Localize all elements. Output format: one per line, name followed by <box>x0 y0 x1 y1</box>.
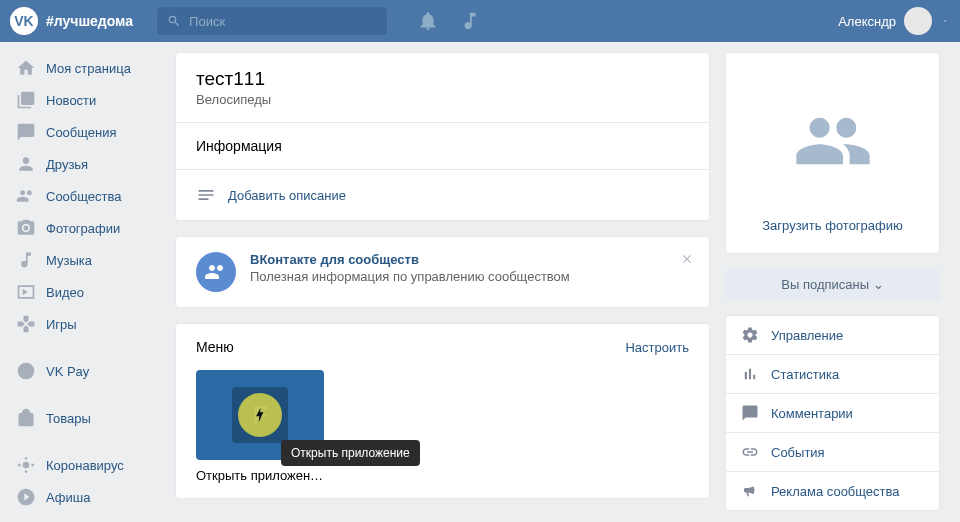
nav-communities[interactable]: Сообщества <box>10 180 160 212</box>
ruble-icon <box>16 361 36 381</box>
play-icon <box>16 487 36 507</box>
nav-friends[interactable]: Друзья <box>10 148 160 180</box>
photo-upload-card: Загрузить фотографию <box>725 52 940 254</box>
app-tile[interactable]: F Открыть приложение <box>196 370 324 460</box>
banner-text: Полезная информация по управлению сообще… <box>250 269 570 284</box>
megaphone-icon <box>741 482 759 500</box>
nav-label: Музыка <box>46 253 92 268</box>
close-icon[interactable] <box>680 252 694 266</box>
search-box[interactable] <box>157 7 387 35</box>
app-label: Открыть приложен… <box>196 468 324 483</box>
nav-photos[interactable]: Фотографии <box>10 212 160 244</box>
nav-label: Афиша <box>46 490 90 505</box>
comment-icon <box>741 404 759 422</box>
tooltip: Открыть приложение <box>281 440 420 466</box>
menu-card: Меню Настроить F Открыть приложение Откр… <box>175 323 710 499</box>
nav-vkpay[interactable]: VK Pay <box>10 355 160 387</box>
home-icon <box>16 58 36 78</box>
message-icon <box>16 122 36 142</box>
nav-my-page[interactable]: Моя страница <box>10 52 160 84</box>
upload-photo-button[interactable]: Загрузить фотографию <box>746 218 919 233</box>
nav-label: Товары <box>46 411 91 426</box>
manage-label: Реклама сообщества <box>771 484 900 499</box>
ads-link[interactable]: Реклама сообщества <box>725 471 940 511</box>
svg-point-0 <box>24 226 29 231</box>
comments-link[interactable]: Комментарии <box>725 393 940 432</box>
text-icon <box>196 185 216 205</box>
manage-label: События <box>771 445 825 460</box>
info-banner: ВКонтакте для сообществ Полезная информа… <box>175 236 710 308</box>
nav-label: Друзья <box>46 157 88 172</box>
page-subtitle: Велосипеды <box>196 92 689 107</box>
photo-placeholder <box>746 73 919 208</box>
page-title: тест111 <box>196 68 689 90</box>
nav-label: Видео <box>46 285 84 300</box>
top-header: VK #лучшедома Алексндр <box>0 0 960 42</box>
link-icon <box>741 443 759 461</box>
nav-goods[interactable]: Товары <box>10 402 160 434</box>
sidebar: Моя страница Новости Сообщения Друзья Со… <box>10 52 160 514</box>
music-icon[interactable] <box>459 10 481 32</box>
nav-label: Новости <box>46 93 96 108</box>
nav-news[interactable]: Новости <box>10 84 160 116</box>
events-link[interactable]: События <box>725 432 940 471</box>
manage-link[interactable]: Управление <box>725 315 940 354</box>
community-icon <box>196 252 236 292</box>
camera-icon <box>16 218 36 238</box>
nav-music[interactable]: Музыка <box>10 244 160 276</box>
avatar <box>904 7 932 35</box>
nav-label: Игры <box>46 317 77 332</box>
gamepad-icon <box>16 314 36 334</box>
nav-label: Моя страница <box>46 61 131 76</box>
video-icon <box>16 282 36 302</box>
search-icon <box>167 14 181 28</box>
stats-link[interactable]: Статистика <box>725 354 940 393</box>
bag-icon <box>16 408 36 428</box>
add-description-button[interactable]: Добавить описание <box>196 185 689 205</box>
nav-games[interactable]: Игры <box>10 308 160 340</box>
user-menu[interactable]: Алексндр <box>838 7 950 35</box>
page-header-card: тест111 Велосипеды Информация Добавить о… <box>175 52 710 221</box>
search-input[interactable] <box>189 14 377 29</box>
nav-video[interactable]: Видео <box>10 276 160 308</box>
info-header: Информация <box>196 138 689 154</box>
nav-label: Сообщества <box>46 189 122 204</box>
virus-icon <box>16 455 36 475</box>
stats-icon <box>741 365 759 383</box>
banner-title[interactable]: ВКонтакте для сообществ <box>250 252 570 267</box>
nav-label: Фотографии <box>46 221 120 236</box>
configure-link[interactable]: Настроить <box>625 340 689 355</box>
nav-messages[interactable]: Сообщения <box>10 116 160 148</box>
friends-icon <box>16 154 36 174</box>
vk-logo[interactable]: VK <box>10 7 38 35</box>
nav-afisha[interactable]: Афиша <box>10 481 160 513</box>
music-note-icon <box>16 250 36 270</box>
svg-point-1 <box>18 363 35 380</box>
gear-icon <box>741 326 759 344</box>
hashtag-link[interactable]: #лучшедома <box>46 13 133 29</box>
chevron-down-icon <box>940 16 950 26</box>
chevron-down-icon: ⌄ <box>873 277 884 292</box>
nav-label: VK Pay <box>46 364 89 379</box>
cursor-highlight <box>238 393 282 437</box>
username: Алексндр <box>838 14 896 29</box>
add-desc-label: Добавить описание <box>228 188 346 203</box>
manage-label: Управление <box>771 328 843 343</box>
manage-label: Комментарии <box>771 406 853 421</box>
subscribed-button[interactable]: Вы подписаны ⌄ <box>725 269 940 300</box>
menu-title: Меню <box>196 339 234 355</box>
news-icon <box>16 90 36 110</box>
subscribed-label: Вы подписаны <box>781 277 869 292</box>
bell-icon[interactable] <box>417 10 439 32</box>
nav-label: Сообщения <box>46 125 117 140</box>
nav-label: Коронавирус <box>46 458 124 473</box>
group-icon <box>16 186 36 206</box>
manage-label: Статистика <box>771 367 839 382</box>
nav-corona[interactable]: Коронавирус <box>10 449 160 481</box>
